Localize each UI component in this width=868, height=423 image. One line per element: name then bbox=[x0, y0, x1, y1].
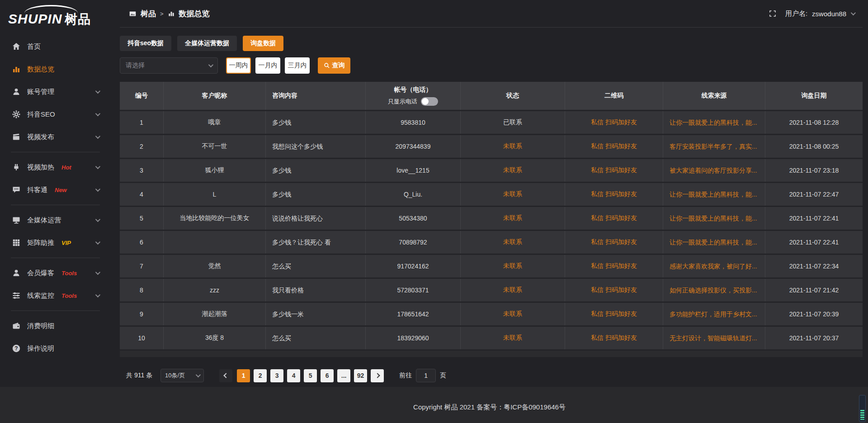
account-cell: 917024162 bbox=[366, 255, 461, 277]
source-link[interactable]: 感谢大家喜欢我家，被问了好... bbox=[663, 255, 765, 277]
page-button-1[interactable]: 1 bbox=[237, 369, 250, 382]
status-cell: 未联系 bbox=[461, 255, 565, 277]
header-nickname: 客户昵称 bbox=[164, 82, 266, 110]
tools-badge: Tools bbox=[61, 270, 77, 277]
sidebar-item-video-publish[interactable]: 视频发布 bbox=[0, 126, 111, 148]
status-text: 未联系 bbox=[503, 310, 522, 318]
page-ellipsis-button[interactable]: ... bbox=[337, 369, 350, 382]
sidebar-item-label: 数据总览 bbox=[27, 65, 54, 74]
index-cell: 9 bbox=[120, 303, 164, 325]
tab-douyin-seo-data[interactable]: 抖音seo数据 bbox=[120, 36, 171, 51]
index-cell: 3 bbox=[120, 159, 164, 182]
sidebar-item-member-burst[interactable]: 会员爆客 Tools bbox=[0, 262, 111, 284]
corner-widget[interactable] bbox=[859, 395, 866, 422]
source-link[interactable]: 让你一眼就爱上的黑科技，能... bbox=[663, 111, 765, 134]
breadcrumb-page-icon bbox=[168, 10, 175, 17]
sidebar-item-label: 抖音SEO bbox=[27, 110, 55, 119]
page-button-5[interactable]: 5 bbox=[304, 369, 317, 382]
sidebar-item-douyin-seo[interactable]: 抖音SEO bbox=[0, 103, 111, 126]
sidebar-item-label: 视频发布 bbox=[27, 133, 54, 141]
date-cell: 2021-11-07 20:37 bbox=[765, 327, 863, 349]
question-icon: ? bbox=[12, 344, 21, 353]
header-id: 编号 bbox=[120, 82, 164, 110]
tools-badge: Tools bbox=[61, 292, 77, 299]
range-quarter-button[interactable]: 三月内 bbox=[285, 57, 310, 74]
chevron-down-icon bbox=[95, 292, 100, 297]
copyright: Copyright 树品 2021 备案号：粤ICP备09019646号 bbox=[111, 403, 868, 412]
source-link[interactable]: 如何正确选择投影仪，买投影... bbox=[663, 279, 765, 301]
qrcode-link[interactable]: 私信 扫码加好友 bbox=[565, 207, 663, 230]
prev-page-button[interactable] bbox=[219, 369, 232, 382]
user-icon bbox=[12, 87, 21, 96]
sidebar-item-home[interactable]: 首页 bbox=[0, 35, 111, 58]
breadcrumb: 树品 > 数据总览 bbox=[129, 9, 210, 19]
sidebar-item-label: 全媒体运营 bbox=[27, 216, 61, 225]
source-link[interactable]: 让你一眼就爱上的黑科技，能... bbox=[663, 231, 765, 254]
source-link[interactable]: 让你一眼就爱上的黑科技，能... bbox=[663, 183, 765, 206]
range-week-button[interactable]: 一周内 bbox=[226, 57, 251, 74]
chevron-down-icon bbox=[208, 62, 213, 67]
search-button[interactable]: 查询 bbox=[318, 57, 350, 74]
source-link[interactable]: 让你一眼就爱上的黑科技，能... bbox=[663, 207, 765, 230]
member-icon bbox=[12, 268, 21, 277]
next-page-button[interactable] bbox=[371, 369, 384, 382]
page-size-select[interactable]: 10条/页 bbox=[160, 369, 204, 382]
filter-select[interactable]: 请选择 bbox=[120, 57, 218, 74]
username-label: 用户名: bbox=[785, 9, 807, 18]
page-button-6[interactable]: 6 bbox=[321, 369, 334, 382]
status-text: 未联系 bbox=[503, 238, 522, 246]
qrcode-link[interactable]: 私信 扫码加好友 bbox=[565, 327, 663, 349]
tab-media-ops-data[interactable]: 全媒体运营数据 bbox=[177, 36, 237, 51]
qrcode-link[interactable]: 私信 扫码加好友 bbox=[565, 279, 663, 301]
sidebar-item-help[interactable]: ? 操作说明 bbox=[0, 337, 111, 360]
chevron-down-icon bbox=[95, 270, 100, 275]
chevron-down-icon bbox=[95, 187, 100, 192]
page-button-4[interactable]: 4 bbox=[287, 369, 300, 382]
date-cell: 2021-11-08 00:25 bbox=[765, 135, 863, 158]
logo-brand-en: SHUPIN bbox=[8, 11, 62, 26]
source-link[interactable]: 多功能护栏灯，适用于乡村文... bbox=[663, 303, 765, 325]
tab-inquiry-data[interactable]: 询盘数据 bbox=[243, 36, 283, 51]
sidebar-item-douketong[interactable]: 抖客通 New bbox=[0, 179, 111, 201]
table-row: 10 36度 8 怎么买 183929060 未联系 私信 扫码加好友 无主灯设… bbox=[120, 327, 863, 351]
nickname-cell: 狐小狸 bbox=[164, 159, 266, 182]
qrcode-link[interactable]: 私信 扫码加好友 bbox=[565, 231, 663, 254]
status-text: 未联系 bbox=[503, 190, 522, 198]
content-cell: 多少钱？让我死心 看 bbox=[266, 231, 366, 254]
qrcode-link[interactable]: 私信 扫码加好友 bbox=[565, 303, 663, 325]
phone-only-toggle[interactable] bbox=[421, 97, 438, 106]
sidebar-item-lead-monitor[interactable]: 线索监控 Tools bbox=[0, 284, 111, 307]
source-link[interactable]: 无主灯设计，智能磁吸轨道灯... bbox=[663, 327, 765, 349]
fullscreen-icon[interactable] bbox=[769, 10, 776, 17]
source-link[interactable]: 被大家追着问的客厅投影分享... bbox=[663, 159, 765, 182]
sidebar-item-matrix-boost[interactable]: 矩阵助推 VIP bbox=[0, 231, 111, 254]
data-tabs: 抖音seo数据 全媒体运营数据 询盘数据 bbox=[120, 36, 863, 51]
app-logo[interactable]: SHUPIN树品 bbox=[7, 5, 104, 29]
qrcode-link[interactable]: 私信 扫码加好友 bbox=[565, 111, 663, 134]
table-row: 1 哦章 多少钱 9583810 已联系 私信 扫码加好友 让你一眼就爱上的黑科… bbox=[120, 111, 863, 135]
page-button-3[interactable]: 3 bbox=[270, 369, 283, 382]
page-button-92[interactable]: 92 bbox=[354, 369, 367, 382]
goto-page-input[interactable] bbox=[416, 369, 436, 382]
menu-divider bbox=[11, 205, 100, 205]
sidebar-item-media-ops[interactable]: 全媒体运营 bbox=[0, 209, 111, 231]
logo-brand-cn: 树品 bbox=[65, 12, 91, 26]
status-text: 未联系 bbox=[503, 166, 522, 174]
filter-bar: 请选择 一周内 一月内 三月内 查询 bbox=[120, 57, 863, 74]
pagination: 共 911 条 10条/页 1 2 3 4 5 6 ... 92 前往 页 bbox=[120, 369, 863, 382]
qrcode-link[interactable]: 私信 扫码加好友 bbox=[565, 255, 663, 277]
sidebar-item-account-mgmt[interactable]: 账号管理 bbox=[0, 80, 111, 103]
breadcrumb-app[interactable]: 树品 bbox=[141, 9, 156, 19]
sidebar-item-spend-detail[interactable]: 消费明细 bbox=[0, 315, 111, 337]
sidebar-item-data-overview[interactable]: 数据总览 bbox=[0, 58, 111, 80]
user-menu[interactable]: 用户名: zswodun88 bbox=[785, 9, 854, 18]
page-button-2[interactable]: 2 bbox=[254, 369, 267, 382]
sidebar-item-video-heat[interactable]: 视频加热 Hot bbox=[0, 156, 111, 179]
range-month-button[interactable]: 一月内 bbox=[255, 57, 280, 74]
qrcode-link[interactable]: 私信 扫码加好友 bbox=[565, 159, 663, 182]
qrcode-link[interactable]: 私信 扫码加好友 bbox=[565, 135, 663, 158]
search-icon bbox=[324, 62, 330, 69]
source-link[interactable]: 客厅安装投影半年多了，真实... bbox=[663, 135, 765, 158]
qrcode-link[interactable]: 私信 扫码加好友 bbox=[565, 183, 663, 206]
sidebar: SHUPIN树品 首页 数据总览 账号管理 抖音SEO bbox=[0, 0, 111, 423]
